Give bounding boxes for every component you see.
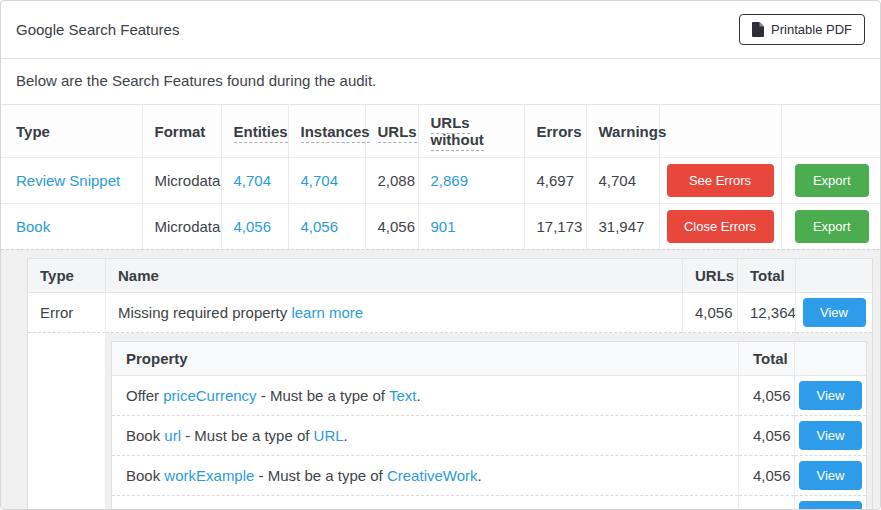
column-header-instances[interactable]: Instances — [288, 105, 365, 158]
property-link[interactable]: url — [164, 427, 181, 444]
panel-header: Google Search Features Printable PDF — [1, 1, 880, 58]
close-errors-button[interactable]: Close Errors — [667, 210, 774, 243]
entities-link[interactable]: 4,056 — [234, 218, 272, 235]
type-link[interactable]: CreativeWork — [387, 467, 478, 484]
properties-column-total: Total — [739, 342, 795, 376]
property-description: Book author - Must be a one of these typ… — [112, 496, 739, 510]
error-urls-cell: 4,056 — [683, 293, 738, 333]
property-total-cell: 4,056 — [739, 416, 795, 456]
column-header-actions-1 — [659, 105, 781, 158]
error-row-missing-required-property: Error Missing required property learn mo… — [28, 293, 873, 333]
property-description: Offer priceCurrency - Must be a type of … — [112, 376, 739, 416]
property-link[interactable]: priceCurrency — [163, 387, 256, 404]
column-header-urls[interactable]: URLs — [365, 105, 418, 158]
export-cell: Export — [781, 158, 881, 204]
property-total-cell: 196 — [739, 496, 795, 510]
properties-table: Property Total Offer priceCurrency - Mus… — [111, 341, 867, 510]
property-link[interactable]: workExample — [164, 467, 254, 484]
view-button[interactable]: View — [799, 421, 862, 450]
entities-link[interactable]: 4,704 — [234, 172, 272, 189]
property-total-cell: 4,056 — [739, 376, 795, 416]
errors-column-urls: URLs — [683, 259, 738, 293]
urls-without-cell: 901 — [418, 204, 524, 250]
instances-cell: 4,056 — [288, 204, 365, 250]
property-row-price-currency: Offer priceCurrency - Must be a type of … — [112, 376, 867, 416]
column-header-urls-without[interactable]: URLs without — [418, 105, 524, 158]
column-header-errors: Errors — [524, 105, 586, 158]
entities-cell: 4,704 — [221, 158, 288, 204]
properties-column-property: Property — [112, 342, 739, 376]
error-view-cell: View — [796, 293, 873, 333]
see-errors-button[interactable]: See Errors — [667, 164, 774, 197]
property-row-url: Book url - Must be a type of URL. 4,056 … — [112, 416, 867, 456]
export-button[interactable]: Export — [795, 210, 869, 243]
errors-column-actions — [796, 259, 873, 293]
page-title: Google Search Features — [16, 21, 179, 38]
error-name-cell: Missing required property learn more — [106, 293, 683, 333]
entities-cell: 4,056 — [221, 204, 288, 250]
column-header-warnings: Warnings — [586, 105, 659, 158]
error-total-cell: 12,364 — [738, 293, 796, 333]
feature-type-cell: Book — [1, 204, 142, 250]
column-header-entities[interactable]: Entities — [221, 105, 288, 158]
format-cell: Microdata — [142, 204, 221, 250]
errors-column-name: Name — [106, 259, 683, 293]
property-row-author: Book author - Must be a one of these typ… — [112, 496, 867, 510]
feature-type-link[interactable]: Review Snippet — [16, 172, 120, 189]
close-errors-cell: Close Errors — [659, 204, 781, 250]
urls-without-cell: 2,869 — [418, 158, 524, 204]
view-button[interactable]: View — [803, 298, 866, 327]
properties-column-actions — [795, 342, 867, 376]
export-button[interactable]: Export — [795, 164, 869, 197]
instances-link[interactable]: 4,704 — [301, 172, 339, 189]
expanded-errors-section: Type Name URLs Total Error Missing requi… — [1, 249, 880, 510]
properties-header-row: Property Total — [112, 342, 867, 376]
see-errors-cell: See Errors — [659, 158, 781, 204]
error-type-cell: Error — [28, 293, 106, 333]
error-details-row: Property Total Offer priceCurrency - Mus… — [28, 333, 873, 510]
errors-column-total: Total — [738, 259, 796, 293]
errors-table: Type Name URLs Total Error Missing requi… — [27, 258, 873, 510]
file-icon — [752, 22, 764, 37]
errors-count-cell: 4,697 — [524, 158, 586, 204]
column-header-type: Type — [1, 105, 142, 158]
printable-pdf-button[interactable]: Printable PDF — [739, 14, 865, 45]
view-button[interactable]: View — [799, 501, 862, 510]
property-view-cell: View — [795, 416, 867, 456]
view-button[interactable]: View — [799, 381, 862, 410]
type-link[interactable]: Text — [389, 387, 417, 404]
errors-header-row: Type Name URLs Total — [28, 259, 873, 293]
instances-link[interactable]: 4,056 — [301, 218, 339, 235]
instances-cell: 4,704 — [288, 158, 365, 204]
features-table: Type Format Entities Instances URLs URLs… — [1, 104, 881, 249]
urls-cell: 4,056 — [365, 204, 418, 250]
empty-type-cell — [28, 333, 106, 510]
view-button[interactable]: View — [799, 461, 862, 490]
audit-note: Below are the Search Features found duri… — [1, 58, 880, 104]
property-total-cell: 4,056 — [739, 456, 795, 496]
properties-container: Property Total Offer priceCurrency - Mus… — [106, 333, 873, 510]
urls-without-link[interactable]: 2,869 — [431, 172, 469, 189]
export-cell: Export — [781, 204, 881, 250]
feature-row-book: Book Microdata 4,056 4,056 4,056 901 17,… — [1, 204, 881, 250]
property-description: Book workExample - Must be a type of Cre… — [112, 456, 739, 496]
format-cell: Microdata — [142, 158, 221, 204]
property-row-work-example: Book workExample - Must be a type of Cre… — [112, 456, 867, 496]
errors-count-cell: 17,173 — [524, 204, 586, 250]
property-view-cell: View — [795, 496, 867, 510]
type-link[interactable]: URL — [314, 427, 344, 444]
printable-pdf-label: Printable PDF — [771, 22, 852, 37]
column-header-actions-2 — [781, 105, 881, 158]
warnings-count-cell: 4,704 — [586, 158, 659, 204]
errors-column-type: Type — [28, 259, 106, 293]
warnings-count-cell: 31,947 — [586, 204, 659, 250]
google-search-features-panel: Google Search Features Printable PDF Bel… — [0, 0, 881, 510]
learn-more-link[interactable]: learn more — [291, 304, 363, 321]
property-description: Book url - Must be a type of URL. — [112, 416, 739, 456]
feature-row-review-snippet: Review Snippet Microdata 4,704 4,704 2,0… — [1, 158, 881, 204]
urls-cell: 2,088 — [365, 158, 418, 204]
feature-type-cell: Review Snippet — [1, 158, 142, 204]
urls-without-link[interactable]: 901 — [431, 218, 456, 235]
column-header-format: Format — [142, 105, 221, 158]
feature-type-link[interactable]: Book — [16, 218, 50, 235]
